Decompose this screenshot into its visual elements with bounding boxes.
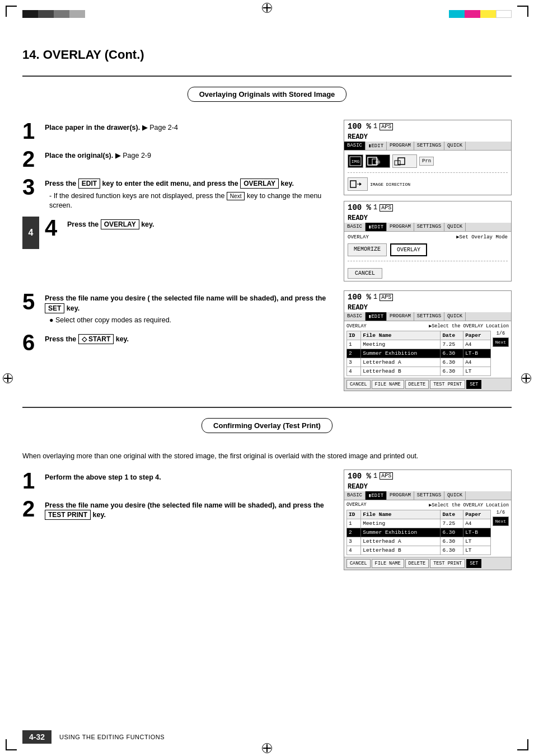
screen4-file-row-2[interactable]: 2 Summer Exhibition 6.30 LT-B <box>347 528 491 537</box>
section-divider <box>22 407 512 408</box>
file-4-id: 4 <box>347 367 361 376</box>
screen-3-tab-edit[interactable]: ▮EDIT <box>366 312 387 321</box>
screen4-file-2-paper: LT-B <box>463 528 491 537</box>
screen-4-tab-basic[interactable]: BASIC <box>344 491 366 500</box>
screen4-col-id: ID <box>347 510 361 519</box>
step-3-text: Press the EDIT key to enter the edit men… <box>45 179 294 189</box>
screen-3-overlay-header: OVERLAY ▶Select the OVERLAY Location <box>346 323 509 329</box>
screen-3-btn-cancel[interactable]: CANCEL <box>346 380 371 389</box>
screen-4-btn-testprint[interactable]: TEST PRINT <box>430 559 465 568</box>
screen4-file-4-name: Letterhead B <box>361 546 441 555</box>
screen-3: 100 % 1 APS READY BASIC ▮EDIT PROGRAM SE… <box>344 290 512 391</box>
file-table-header: ID File Name Date Paper <box>347 331 491 340</box>
screen4-file-2-name: Summer Exhibition <box>361 528 441 537</box>
screen4-file-row-4[interactable]: 4 Letterhead B 6.30 LT <box>347 546 491 555</box>
screen-3-tab-settings[interactable]: SETTINGS <box>414 312 444 321</box>
screen4-file-row-3[interactable]: 3 Letterhead A 6.30 LT <box>347 537 491 546</box>
screen-1-icon-sharpness <box>392 154 417 168</box>
screen-2-btn-memorize[interactable]: MEMORIZE <box>348 243 387 256</box>
screen-3-overlay-label: OVERLAY <box>346 323 367 329</box>
screen-4-tab-edit[interactable]: ▮EDIT <box>366 491 387 500</box>
screen-3-btn-set[interactable]: SET <box>466 380 481 389</box>
screen-4-btn-filename[interactable]: FILE NAME <box>372 559 404 568</box>
screen-4-bottom-btns: CANCEL FILE NAME DELETE TEST PRINT SET <box>344 557 511 570</box>
file-1-id: 1 <box>347 340 361 349</box>
step-1-row: 1 Place paper in the drawer(s). ▶ Page 2… <box>22 120 334 142</box>
file-3-date: 6.30 <box>441 358 463 367</box>
chapter-4-tab: 4 <box>22 217 39 249</box>
screen-4-right: 100 % 1 APS READY BASIC ▮EDIT PROGRAM SE… <box>344 469 512 576</box>
screen-3-tab-program[interactable]: PROGRAM <box>387 312 414 321</box>
file-row-2[interactable]: 2 Summer Exhibition 6.30 LT-B <box>347 349 491 358</box>
screen-2-tab-quick[interactable]: QUICK <box>444 223 466 231</box>
screen-3-tab-basic[interactable]: BASIC <box>344 312 366 321</box>
screen-1-tab-basic[interactable]: BASIC <box>344 142 366 150</box>
screen-4-tab-settings[interactable]: SETTINGS <box>414 491 444 500</box>
screen4-file-table-body: 1 Meeting 7.25 A4 2 Summer Exhibition 6.… <box>347 519 491 555</box>
screen4-file-row-1[interactable]: 1 Meeting 7.25 A4 <box>347 519 491 528</box>
screen-1-tab-settings[interactable]: SETTINGS <box>414 142 444 150</box>
screen4-file-3-date: 6.30 <box>441 537 463 546</box>
step-5-sub: ● Select other copy modes as required. <box>49 316 334 326</box>
screen4-file-1-name: Meeting <box>361 519 441 528</box>
screen-1-aps: APS <box>380 123 393 130</box>
file-row-3[interactable]: 3 Letterhead A 6.30 A4 <box>347 358 491 367</box>
screen-3-btn-delete[interactable]: DELETE <box>405 380 429 389</box>
screen-1-tab-quick[interactable]: QUICK <box>444 142 466 150</box>
steps-confirm-area: 1 Perform the above step 1 to step 4. 2 … <box>22 469 512 576</box>
screen-3-tab-quick[interactable]: QUICK <box>444 312 466 321</box>
screen-4-overlay-header: OVERLAY ▶Select the OVERLAY Location <box>346 502 509 508</box>
screen4-file-4-date: 6.30 <box>441 546 463 555</box>
confirm-section: Confirming Overlay (Test Print) When ove… <box>22 418 512 576</box>
screen4-file-1-id: 1 <box>347 519 361 528</box>
screen-3-num: 1 <box>373 293 377 301</box>
screen-2-tab-edit[interactable]: ▮EDIT <box>366 223 387 231</box>
screen-4-btn-delete[interactable]: DELETE <box>405 559 429 568</box>
step-6-text: Press the ◇ START key. <box>45 334 129 344</box>
screen-4-aps: APS <box>380 472 393 480</box>
screen-3-next-btn[interactable]: Next <box>493 337 509 347</box>
file-row-1[interactable]: 1 Meeting 7.25 A4 <box>347 340 491 349</box>
screen-4-tab-quick[interactable]: QUICK <box>444 491 466 500</box>
step-6-content: Press the ◇ START key. <box>45 331 334 345</box>
step-5-row: 5 Press the file name you desire ( the s… <box>22 290 334 326</box>
screen-4-tab-program[interactable]: PROGRAM <box>387 491 414 500</box>
screen4-file-2-date: 6.30 <box>441 528 463 537</box>
col-filename: File Name <box>361 331 441 340</box>
screen-1-icon-direction <box>348 177 368 191</box>
step-3-content: Press the EDIT key to enter the edit men… <box>45 176 334 211</box>
confirm-step-2-content: Press the file name you desire (the sele… <box>45 497 334 520</box>
screen-3-btn-filename[interactable]: FILE NAME <box>372 380 404 389</box>
step-6-num: 6 <box>22 331 39 354</box>
screen-3-btn-testprint[interactable]: TEST PRINT <box>430 380 465 389</box>
file-4-date: 6.30 <box>441 367 463 376</box>
top-divider <box>22 76 512 77</box>
confirm-step-1-num: 1 <box>22 469 39 492</box>
screen-2-tab-settings[interactable]: SETTINGS <box>414 223 444 231</box>
file-row-4[interactable]: 4 Letterhead B 6.30 LT <box>347 367 491 376</box>
step-1-text: Place paper in the drawer(s). <box>45 124 140 132</box>
screen-3-side-controls: 1/6 Next <box>493 331 509 376</box>
screen-1-ready: READY <box>344 133 511 142</box>
screen-4-ready: READY <box>344 482 511 491</box>
svg-text:BB: BB <box>376 160 380 165</box>
screen-2-tab-program[interactable]: PROGRAM <box>387 223 414 231</box>
screen-1-tab-program[interactable]: PROGRAM <box>387 142 414 150</box>
screen-3-tabs: BASIC ▮EDIT PROGRAM SETTINGS QUICK <box>344 312 511 321</box>
screen-2-dot-sep <box>348 261 508 261</box>
screen-4-btn-set[interactable]: SET <box>466 559 481 568</box>
screen4-file-3-id: 3 <box>347 537 361 546</box>
screen-1-tab-edit[interactable]: ▮EDIT <box>366 142 387 150</box>
screen-2-btn-overlay[interactable]: OVERLAY <box>390 243 427 256</box>
screen-3-table-area: ID File Name Date Paper 1 Meeting <box>346 331 509 376</box>
screen-2-cancel-btn[interactable]: CANCEL <box>348 268 382 279</box>
screen-4-tabs: BASIC ▮EDIT PROGRAM SETTINGS QUICK <box>344 491 511 500</box>
screen-4-overlay-label: OVERLAY <box>346 502 367 508</box>
file-3-name: Letterhead A <box>361 358 441 367</box>
screen-1-icons-row1: IMG BB <box>348 154 508 168</box>
screen4-col-filename: File Name <box>361 510 441 519</box>
screen-4-btn-cancel[interactable]: CANCEL <box>346 559 371 568</box>
page-footer: 4-32 USING THE EDITING FUNCTIONS <box>0 730 534 744</box>
screen-4-next-btn[interactable]: Next <box>493 516 509 526</box>
screen-2-tab-basic[interactable]: BASIC <box>344 223 366 231</box>
